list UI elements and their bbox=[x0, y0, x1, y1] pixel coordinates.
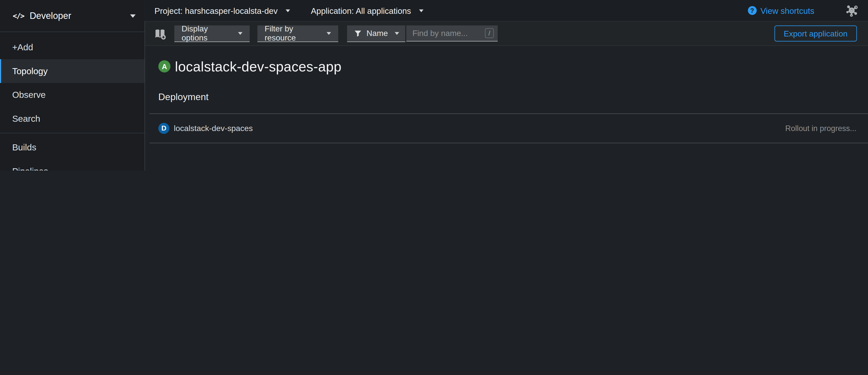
sidebar-item-search[interactable]: Search bbox=[0, 107, 145, 131]
main-area: Project: harshcasper-localsta-dev Applic… bbox=[145, 0, 868, 171]
project-selector[interactable]: Project: harshcasper-localsta-dev bbox=[155, 6, 290, 15]
filter-by-resource-label: Filter by resource bbox=[265, 24, 320, 42]
name-filter-dropdown[interactable]: Name bbox=[347, 25, 405, 42]
sidebar-item-builds[interactable]: Builds bbox=[0, 136, 145, 160]
project-selector-label: Project: harshcasper-localsta-dev bbox=[155, 6, 278, 15]
sidebar-border bbox=[145, 21, 145, 171]
sidebar: </> Developer +Add Topology Observe Sear… bbox=[0, 0, 145, 171]
context-bar: Project: harshcasper-localsta-dev Applic… bbox=[145, 0, 868, 22]
code-icon: </> bbox=[13, 11, 24, 20]
display-options-label: Display options bbox=[182, 24, 231, 42]
sidebar-item-topology[interactable]: Topology bbox=[0, 59, 145, 83]
display-options-dropdown[interactable]: Display options bbox=[175, 25, 250, 42]
resource-section-title: Deployment bbox=[158, 92, 868, 103]
sidebar-item-observe[interactable]: Observe bbox=[0, 83, 145, 107]
filter-by-resource-dropdown[interactable]: Filter by resource bbox=[257, 25, 338, 42]
perspective-switcher[interactable]: </> Developer bbox=[0, 0, 145, 32]
resource-name: localstack-dev-spaces bbox=[174, 124, 253, 133]
sidebar-item-pipelines[interactable]: Pipelines bbox=[0, 159, 145, 171]
deployment-badge: D bbox=[158, 123, 169, 134]
divider bbox=[150, 143, 868, 143]
topology-view-icon[interactable] bbox=[845, 4, 858, 17]
chevron-down-icon bbox=[395, 32, 399, 34]
chevron-down-icon bbox=[238, 32, 243, 34]
chevron-down-icon bbox=[130, 14, 136, 18]
application-group-heading: A localstack-dev-spaces-app bbox=[158, 58, 868, 75]
view-shortcuts-link[interactable]: ? View shortcuts bbox=[748, 6, 814, 15]
chevron-down-icon bbox=[327, 32, 331, 34]
find-by-name-wrap: / bbox=[406, 25, 498, 41]
topology-toolbar: Display options Filter by resource Name … bbox=[145, 22, 868, 46]
quick-search-book-icon[interactable] bbox=[154, 27, 166, 39]
application-badge: A bbox=[158, 60, 170, 72]
resource-status: Rollout in progress... bbox=[785, 124, 856, 133]
table-row[interactable]: D localstack-dev-spaces Rollout in progr… bbox=[158, 114, 868, 143]
help-icon: ? bbox=[748, 6, 756, 15]
find-by-name-input[interactable] bbox=[406, 25, 498, 41]
application-selector-label: Application: All applications bbox=[311, 6, 411, 15]
application-name: localstack-dev-spaces-app bbox=[175, 58, 342, 74]
filter-funnel-icon bbox=[354, 30, 362, 37]
sidebar-item-add[interactable]: +Add bbox=[0, 35, 145, 59]
application-selector[interactable]: Application: All applications bbox=[311, 6, 423, 15]
chevron-down-icon bbox=[419, 9, 423, 12]
export-application-button[interactable]: Export application bbox=[774, 25, 857, 41]
sidebar-divider bbox=[0, 133, 145, 133]
openshift-console: </> Developer +Add Topology Observe Sear… bbox=[0, 0, 868, 171]
name-filter-label: Name bbox=[366, 29, 388, 37]
view-shortcuts-label: View shortcuts bbox=[761, 6, 814, 15]
slash-shortcut-badge: / bbox=[485, 28, 494, 38]
perspective-label: Developer bbox=[30, 10, 130, 21]
chevron-down-icon bbox=[285, 9, 290, 12]
topology-list-view: A localstack-dev-spaces-app Deployment D… bbox=[145, 58, 868, 143]
sidebar-nav: +Add Topology Observe Search Builds Pipe… bbox=[0, 32, 145, 171]
